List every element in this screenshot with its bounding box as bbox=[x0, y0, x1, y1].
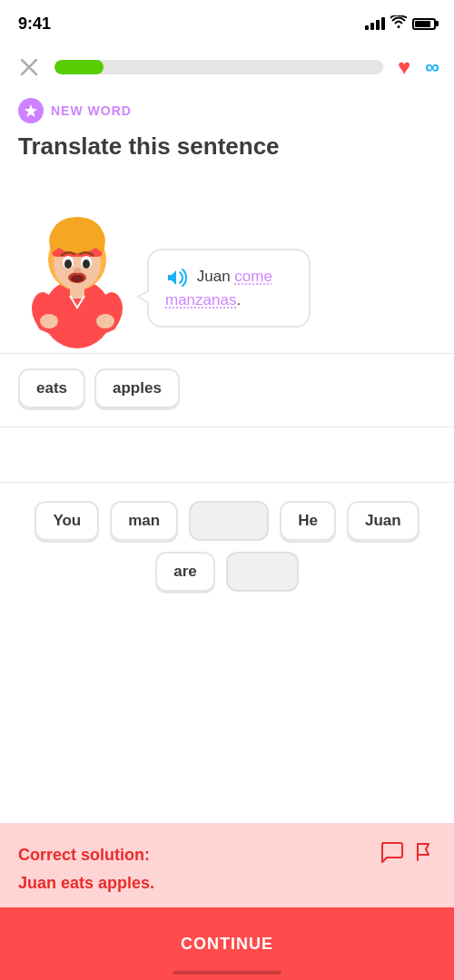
speech-highlighted-1: come bbox=[234, 268, 272, 285]
solution-header: Correct solution: bbox=[18, 841, 436, 868]
home-indicator bbox=[173, 971, 281, 975]
svg-point-16 bbox=[40, 314, 58, 328]
svg-marker-2 bbox=[25, 104, 37, 117]
signal-icon bbox=[365, 17, 385, 30]
top-nav: ♥ ∞ bbox=[0, 44, 454, 91]
svg-point-17 bbox=[96, 314, 114, 328]
solution-action-icons bbox=[380, 841, 436, 868]
word-choice-you[interactable]: You bbox=[35, 501, 99, 541]
word-choice-he[interactable]: He bbox=[280, 501, 336, 541]
page-title: Translate this sentence bbox=[0, 127, 454, 172]
word-choice-juan[interactable]: Juan bbox=[347, 501, 419, 541]
word-choice-empty-2 bbox=[226, 552, 299, 592]
speech-bubble[interactable]: Juan come manzanas. bbox=[147, 249, 311, 328]
character-area: Juan come manzanas. bbox=[0, 172, 454, 353]
sentence-period: . bbox=[236, 291, 241, 309]
word-choice-area: You man He Juan are bbox=[0, 483, 454, 601]
progress-bar bbox=[54, 60, 383, 74]
status-icons bbox=[365, 15, 436, 32]
solution-text: Juan eats apples. bbox=[18, 874, 436, 893]
chat-icon[interactable] bbox=[380, 841, 403, 868]
solution-label: Correct solution: bbox=[18, 846, 150, 865]
flag-icon[interactable] bbox=[414, 841, 436, 868]
new-word-badge: NEW WORD bbox=[0, 91, 454, 127]
badge-icon bbox=[18, 98, 44, 123]
word-choice-empty-1 bbox=[189, 501, 269, 541]
answer-token-eats[interactable]: eats bbox=[18, 368, 85, 408]
svg-point-13 bbox=[71, 275, 84, 282]
heart-icon: ♥ bbox=[398, 54, 410, 80]
speech-text: Juan come manzanas. bbox=[165, 265, 292, 311]
close-button[interactable] bbox=[15, 53, 44, 82]
continue-label: CONTINUE bbox=[181, 935, 273, 954]
answer-token-apples[interactable]: apples bbox=[94, 368, 180, 408]
svg-rect-15 bbox=[70, 286, 84, 299]
svg-point-7 bbox=[52, 217, 103, 253]
status-bar: 9:41 bbox=[0, 0, 454, 44]
spacer bbox=[0, 427, 454, 482]
status-time: 9:41 bbox=[18, 15, 51, 34]
svg-point-11 bbox=[83, 260, 90, 269]
continue-button[interactable]: CONTINUE bbox=[0, 907, 454, 980]
svg-point-14 bbox=[74, 268, 81, 273]
word-choice-man[interactable]: man bbox=[110, 501, 178, 541]
solution-panel: Correct solution: Juan eats apples. bbox=[0, 823, 454, 907]
badge-text: NEW WORD bbox=[51, 103, 132, 118]
battery-icon bbox=[412, 18, 436, 30]
speaker-icon[interactable] bbox=[165, 269, 187, 287]
infinity-icon: ∞ bbox=[425, 55, 439, 79]
answer-area: eats apples bbox=[0, 354, 454, 426]
speech-highlighted-2: manzanas bbox=[165, 291, 236, 309]
character-illustration bbox=[18, 182, 136, 346]
word-choice-are[interactable]: are bbox=[155, 552, 215, 592]
progress-fill bbox=[54, 60, 104, 74]
wifi-icon bbox=[390, 15, 407, 32]
svg-point-10 bbox=[64, 260, 72, 269]
